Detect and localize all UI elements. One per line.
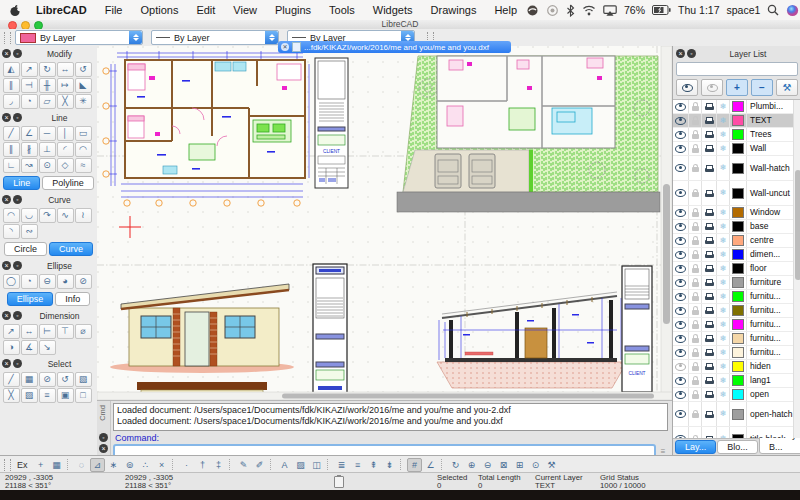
layer-row[interactable]: ❄Plumbi...	[673, 100, 794, 114]
current-space-label[interactable]: space1	[726, 4, 760, 16]
layer-print-cell[interactable]	[702, 220, 717, 233]
layer-print-cell[interactable]	[702, 290, 717, 303]
layer-color-cell[interactable]	[730, 402, 747, 426]
layer-lock-cell[interactable]	[689, 318, 702, 331]
section-close-icon[interactable]: ×	[2, 49, 11, 58]
spotlight-search-icon[interactable]	[767, 4, 779, 16]
bluetooth-icon[interactable]	[566, 4, 575, 17]
dim-vertical-tool[interactable]: ⊤	[57, 324, 74, 339]
dock-tab-blo[interactable]: Blo...	[717, 440, 758, 454]
zoom-window-icon[interactable]: ⊞	[512, 458, 527, 472]
line-two-points-tool[interactable]: ╱	[3, 126, 20, 141]
drawing-area[interactable]: ✕ ...fdk/KIKAZI/work/2016/me and you/me …	[97, 46, 672, 400]
section-close-icon[interactable]: ×	[2, 261, 11, 270]
menu-librecad[interactable]: LibreCAD	[27, 4, 96, 16]
line-polygon-center-tool[interactable]: ⊙	[39, 158, 56, 173]
text-tool-icon[interactable]: A	[277, 458, 292, 472]
layer-visibility-cell[interactable]	[673, 388, 689, 401]
remove-layer-button[interactable]: −	[751, 79, 773, 96]
hatch-tool-icon[interactable]: ▨	[293, 458, 308, 472]
snap-grid-icon[interactable]: ⊿	[90, 458, 105, 472]
layer-print-cell[interactable]	[702, 100, 717, 113]
show-all-layers-button[interactable]	[676, 79, 698, 96]
layer-visibility-cell[interactable]	[673, 142, 689, 155]
layer-color-cell[interactable]	[730, 248, 747, 261]
command-dock-handle[interactable]: Cmd ◦ ×	[97, 401, 111, 456]
layer-visibility-cell[interactable]	[673, 427, 689, 438]
offset-tool[interactable]: ∥	[3, 78, 20, 93]
layer-freeze-cell[interactable]: ❄	[717, 181, 730, 205]
layer-visibility-cell[interactable]	[673, 220, 689, 233]
dim-leader-tool[interactable]: ↘	[39, 340, 56, 355]
select-intersected-tool[interactable]: ╳	[3, 388, 20, 403]
parabola-tool[interactable]: ∾	[21, 224, 38, 239]
deselect-intersected-tool[interactable]: ▨	[21, 388, 38, 403]
layer-color-cell[interactable]	[730, 234, 747, 247]
pen-copy-icon[interactable]: ✐	[252, 458, 267, 472]
section-close-icon[interactable]: ×	[2, 195, 11, 204]
layer-freeze-cell[interactable]: ❄	[717, 220, 730, 233]
line-tangent-point-tool[interactable]: ◜	[57, 142, 74, 157]
layer-visibility-cell[interactable]	[673, 332, 689, 345]
section-close-icon[interactable]: ×	[2, 359, 11, 368]
menubar-clock[interactable]: Thu 1:17	[678, 4, 719, 16]
mirror-tool[interactable]: ◭	[3, 62, 20, 77]
layer-freeze-cell[interactable]: ❄	[717, 360, 730, 373]
pen-color-combo[interactable]: By Layer	[15, 30, 143, 45]
dim-linear-tool[interactable]: ↔	[21, 324, 38, 339]
align-bottom-icon[interactable]: ≡	[350, 458, 365, 472]
arc-tangent-tool[interactable]: ◝	[3, 224, 20, 239]
section-detach-icon[interactable]: ◦	[13, 195, 22, 204]
tab-ellipse[interactable]: Ellipse	[7, 292, 54, 306]
snap-center-icon[interactable]: ∴	[138, 458, 153, 472]
line-rectangle-tool[interactable]: ▭	[75, 126, 92, 141]
select-contour-tool[interactable]: ↺	[57, 372, 74, 387]
section-close-icon[interactable]: ×	[2, 113, 11, 122]
layer-print-cell[interactable]	[702, 206, 717, 219]
layer-color-cell[interactable]	[730, 262, 747, 275]
layer-visibility-cell[interactable]	[673, 290, 689, 303]
line-polygon-vertices-tool[interactable]: ◇	[57, 158, 74, 173]
layer-freeze-cell[interactable]: ❄	[717, 374, 730, 387]
layer-lock-cell[interactable]	[689, 388, 702, 401]
layer-freeze-cell[interactable]: ❄	[717, 100, 730, 113]
layer-freeze-cell[interactable]: ❄	[717, 346, 730, 359]
layer-color-cell[interactable]	[730, 388, 747, 401]
dock-tab-lay[interactable]: Lay...	[675, 440, 716, 454]
layer-visibility-cell[interactable]	[673, 346, 689, 359]
dim-angular-tool[interactable]: ∡	[21, 340, 38, 355]
menu-drawings[interactable]: Drawings	[422, 4, 486, 16]
layer-visibility-cell[interactable]	[673, 402, 689, 426]
layer-freeze-cell[interactable]: ❄	[717, 402, 730, 426]
line-parallel-distance-tool[interactable]: ∦	[21, 142, 38, 157]
layer-row[interactable]: ❄furnitu...	[673, 332, 794, 346]
spline-through-points-tool[interactable]: ≀	[75, 208, 92, 223]
layer-lock-cell[interactable]	[689, 290, 702, 303]
move-copy-tool[interactable]: ↗	[21, 62, 38, 77]
order-raise-icon[interactable]: ⇞	[366, 458, 381, 472]
layer-row[interactable]: ❄Trees	[673, 128, 794, 142]
image-tool-icon[interactable]: ◫	[309, 458, 324, 472]
layer-visibility-cell[interactable]	[673, 374, 689, 387]
layer-row[interactable]: ❄floor	[673, 262, 794, 276]
tab-line[interactable]: Line	[3, 176, 40, 190]
line-relative-angle-tool[interactable]: ↝	[21, 158, 38, 173]
layer-color-cell[interactable]	[730, 427, 747, 438]
layer-freeze-cell[interactable]: ❄	[717, 128, 730, 141]
layer-filter-input[interactable]	[676, 62, 798, 76]
layer-lock-cell[interactable]	[689, 142, 702, 155]
layer-freeze-cell[interactable]: ❄	[717, 427, 730, 438]
layer-print-cell[interactable]	[702, 276, 717, 289]
layer-row[interactable]: ❄dimen...	[673, 248, 794, 262]
combo-stepper-icon[interactable]	[265, 31, 278, 44]
layer-freeze-cell[interactable]: ❄	[717, 304, 730, 317]
layer-color-cell[interactable]	[730, 220, 747, 233]
layer-lock-cell[interactable]	[689, 234, 702, 247]
layer-color-cell[interactable]	[730, 128, 747, 141]
cad-drawing-canvas[interactable]: CLIENT	[97, 46, 672, 400]
layer-color-cell[interactable]	[730, 114, 747, 127]
align-top-icon[interactable]: ≣	[334, 458, 349, 472]
layer-row[interactable]: ❄centre	[673, 234, 794, 248]
wifi-icon[interactable]	[582, 5, 596, 16]
deselect-single-tool[interactable]: ⊘	[39, 372, 56, 387]
